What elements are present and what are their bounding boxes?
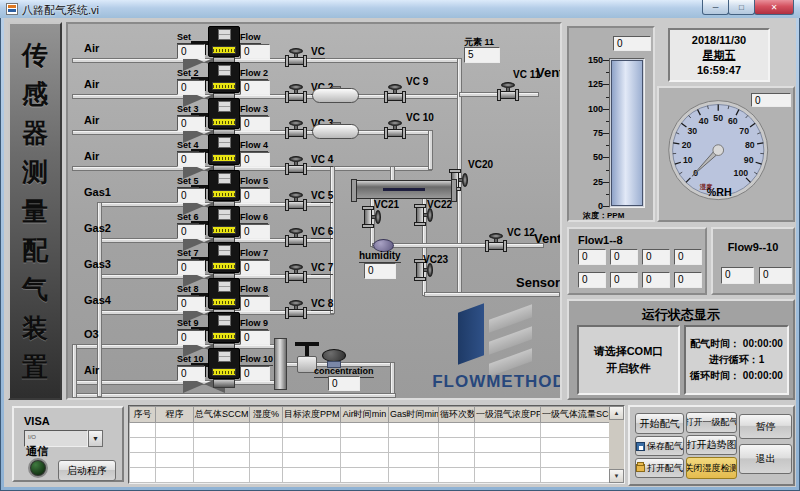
program-table[interactable]: 序号程序总气体SCCM湿度%目标浓度PPMAir时间minGas时间min循环次… — [128, 405, 625, 484]
table-cell[interactable] — [389, 423, 439, 438]
open-mix-button[interactable]: 打开配气 — [635, 458, 684, 478]
vc-valve[interactable] — [285, 264, 307, 282]
table-cell[interactable] — [475, 468, 541, 483]
set-input[interactable]: 0 — [177, 116, 205, 131]
start-program-button[interactable]: 启动程序 — [58, 460, 116, 481]
table-cell[interactable] — [341, 468, 389, 483]
maximize-button[interactable]: □ — [728, 0, 755, 15]
set-input[interactable]: 0 — [177, 296, 205, 311]
table-row[interactable] — [130, 423, 611, 438]
table-cell[interactable] — [389, 468, 439, 483]
table-cell[interactable] — [194, 438, 250, 453]
visa-dropdown-button[interactable]: ▼ — [88, 430, 103, 447]
vent-right-label: Vent — [534, 232, 561, 245]
table-cell[interactable] — [439, 423, 475, 438]
table-cell[interactable] — [389, 453, 439, 468]
table-cell[interactable] — [439, 468, 475, 483]
vc-valve-label: VC 4 — [311, 155, 333, 167]
table-cell[interactable] — [283, 438, 341, 453]
vc22-valve-flange — [414, 222, 426, 226]
table-cell[interactable] — [130, 438, 156, 453]
table-row[interactable] — [130, 438, 611, 453]
mass-flow-controller — [208, 206, 240, 237]
scroll-up-button[interactable]: ▲ — [609, 406, 624, 420]
table-cell[interactable] — [156, 423, 194, 438]
table-cell[interactable] — [341, 423, 389, 438]
table-cell[interactable] — [439, 453, 475, 468]
vc11-valve[interactable] — [497, 82, 519, 100]
set-input[interactable]: 0 — [177, 330, 205, 345]
table-cell[interactable] — [156, 453, 194, 468]
table-cell[interactable] — [475, 453, 541, 468]
vc-valve[interactable] — [285, 300, 307, 318]
filter-capsule-2 — [312, 124, 359, 139]
pause-button[interactable]: 暂停 — [739, 414, 792, 439]
table-cell[interactable] — [283, 468, 341, 483]
table-cell[interactable] — [439, 438, 475, 453]
set-input[interactable]: 0 — [177, 152, 205, 167]
table-cell[interactable] — [283, 453, 341, 468]
table-row[interactable] — [130, 468, 611, 483]
table-cell[interactable] — [475, 438, 541, 453]
open-primary-mix-button[interactable]: 打开一级配气 — [686, 412, 737, 433]
vc-valve[interactable] — [285, 84, 307, 102]
save-mix-button[interactable]: 保存配气 — [635, 436, 684, 456]
filter-capsule-1 — [312, 88, 359, 103]
table-cell[interactable] — [541, 468, 611, 483]
table-cell[interactable] — [130, 423, 156, 438]
table-cell[interactable] — [541, 453, 611, 468]
scroll-down-button[interactable]: ▼ — [609, 469, 624, 483]
table-cell[interactable] — [250, 423, 283, 438]
set-input[interactable]: 0 — [177, 44, 205, 59]
set-input[interactable]: 0 — [177, 188, 205, 203]
vc-valve[interactable] — [285, 192, 307, 210]
table-cell[interactable] — [156, 438, 194, 453]
titlebar[interactable]: 八路配气系统.vi ─ □ ✕ — [0, 0, 800, 18]
element11-input[interactable]: 5 — [464, 47, 500, 63]
program-table-grid[interactable]: 序号程序总气体SCCM湿度%目标浓度PPMAir时间minGas时间min循环次… — [129, 406, 611, 483]
pipe — [424, 292, 560, 297]
minimize-button[interactable]: ─ — [702, 0, 729, 15]
close-humidity-button[interactable]: 关闭湿度检测 — [686, 457, 737, 479]
vc12-valve[interactable] — [485, 233, 507, 251]
sidebar-char: 感 — [22, 75, 48, 114]
exit-button[interactable]: 退出 — [739, 444, 792, 474]
start-mix-button[interactable]: 开始配气 — [635, 413, 684, 434]
table-cell[interactable] — [250, 453, 283, 468]
table-cell[interactable] — [130, 468, 156, 483]
table-cell[interactable] — [541, 423, 611, 438]
table-cell[interactable] — [250, 438, 283, 453]
open-trend-button[interactable]: 打开趋势图 — [686, 435, 737, 455]
vc-valve[interactable] — [285, 48, 307, 66]
table-cell[interactable] — [541, 438, 611, 453]
set-input[interactable]: 0 — [177, 80, 205, 95]
vc-valve[interactable] — [285, 120, 307, 138]
table-cell[interactable] — [341, 438, 389, 453]
table-cell[interactable] — [194, 423, 250, 438]
mass-flow-controller — [208, 62, 240, 93]
table-cell[interactable] — [194, 468, 250, 483]
table-cell[interactable] — [250, 468, 283, 483]
table-cell[interactable] — [194, 453, 250, 468]
table-cell[interactable] — [283, 423, 341, 438]
vc9-valve[interactable] — [384, 84, 406, 102]
table-cell[interactable] — [389, 438, 439, 453]
vc10-valve-body — [387, 129, 403, 137]
set-input[interactable]: 0 — [177, 366, 205, 381]
table-scrollbar[interactable]: ▲ ▼ — [609, 406, 624, 483]
vc-valve-flange — [285, 271, 289, 283]
vc-valve-flange — [303, 199, 307, 211]
table-cell[interactable] — [475, 423, 541, 438]
table-row[interactable] — [130, 453, 611, 468]
vc-valve[interactable] — [285, 156, 307, 174]
table-header: 一级气体流量SCCM — [541, 407, 611, 423]
table-cell[interactable] — [156, 468, 194, 483]
set-input[interactable]: 0 — [177, 260, 205, 275]
set-input[interactable]: 0 — [177, 224, 205, 239]
vc-valve[interactable] — [285, 228, 307, 246]
table-cell[interactable] — [341, 453, 389, 468]
tank-tick — [603, 182, 609, 183]
close-button[interactable]: ✕ — [754, 0, 794, 15]
vc10-valve[interactable] — [384, 120, 406, 138]
table-cell[interactable] — [130, 453, 156, 468]
